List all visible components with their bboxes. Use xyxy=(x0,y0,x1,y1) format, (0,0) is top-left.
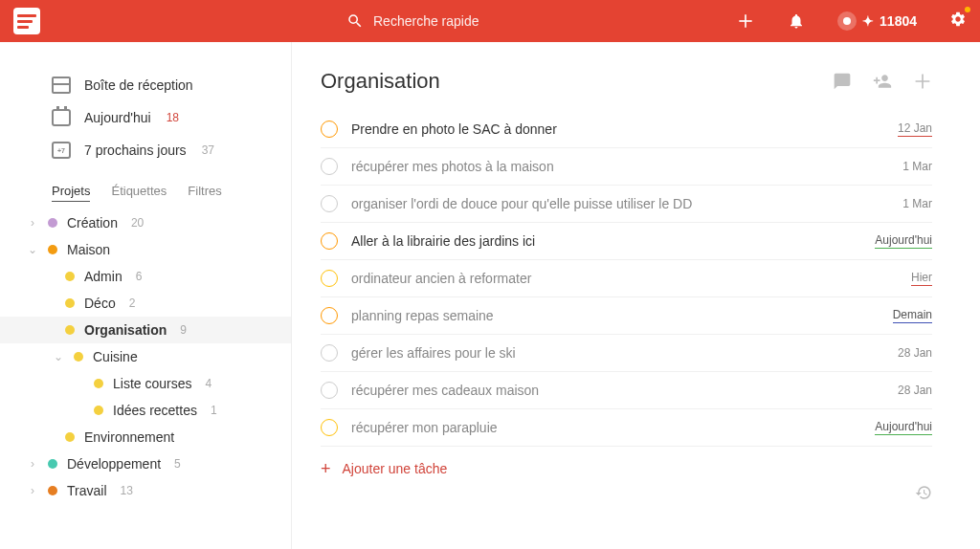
task-row[interactable]: gérer les affaires pour le ski28 Jan xyxy=(321,335,932,372)
add-task-button[interactable]: + Ajouter une tâche xyxy=(321,447,932,491)
task-date: Hier xyxy=(911,271,932,286)
chevron-icon: › xyxy=(27,484,38,497)
task-checkbox[interactable] xyxy=(321,307,338,324)
today-label: Aujourd'hui xyxy=(84,110,151,125)
week-label: 7 prochains jours xyxy=(84,143,187,158)
inbox-icon xyxy=(52,77,71,94)
task-row[interactable]: organiser l'ordi de douce pour qu'elle p… xyxy=(321,186,932,223)
sidebar-inbox[interactable]: Boîte de réception xyxy=(0,69,291,101)
project-travail[interactable]: ›Travail13 xyxy=(0,477,291,504)
search-icon xyxy=(346,12,364,30)
search-placeholder: Recherche rapide xyxy=(373,13,479,29)
task-checkbox[interactable] xyxy=(321,232,338,250)
task-title: Prendre en photo le SAC à donner xyxy=(351,121,884,137)
task-title: ordinateur ancien à reformater xyxy=(351,271,898,286)
task-date: Demain xyxy=(893,308,932,323)
chevron-icon: ⌄ xyxy=(53,350,64,363)
task-row[interactable]: récupérer mes photos à la maison1 Mar xyxy=(321,148,932,186)
project-count: 4 xyxy=(205,377,212,390)
task-row[interactable]: planning repas semaineDemain xyxy=(321,297,932,335)
sidebar-today[interactable]: Aujourd'hui 18 xyxy=(0,101,291,134)
project-cuisine[interactable]: ⌄Cuisine xyxy=(0,343,291,370)
karma-icon xyxy=(837,11,857,31)
project-color-dot xyxy=(65,272,75,281)
project-count: 1 xyxy=(211,404,217,417)
task-title: Aller à la librairie des jardins ici xyxy=(351,233,861,249)
task-checkbox[interactable] xyxy=(321,382,338,399)
task-checkbox[interactable] xyxy=(321,158,338,175)
project-color-dot xyxy=(65,325,75,335)
notifications-icon[interactable] xyxy=(788,12,805,30)
project-color-dot xyxy=(65,432,75,442)
project-maison[interactable]: ⌄Maison xyxy=(0,236,291,263)
project-idées-recettes[interactable]: Idées recettes1 xyxy=(0,397,291,424)
task-list: Prendre en photo le SAC à donner12 Janré… xyxy=(321,111,932,447)
task-row[interactable]: Prendre en photo le SAC à donner12 Jan xyxy=(321,111,932,148)
project-color-dot xyxy=(94,379,103,388)
search-input[interactable]: Recherche rapide xyxy=(346,12,479,30)
project-color-dot xyxy=(48,218,57,228)
project-name: Développement xyxy=(67,456,161,472)
more-icon[interactable] xyxy=(913,72,932,91)
project-color-dot xyxy=(48,245,57,254)
project-développement[interactable]: ›Développement5 xyxy=(0,450,291,477)
tab-labels[interactable]: Étiquettes xyxy=(111,184,167,202)
project-organisation[interactable]: Organisation9 xyxy=(0,317,291,343)
task-date: 28 Jan xyxy=(898,346,932,360)
project-admin[interactable]: Admin6 xyxy=(0,263,291,290)
project-color-dot xyxy=(65,298,75,308)
task-title: gérer les affaires pour le ski xyxy=(351,345,884,361)
project-name: Idées recettes xyxy=(113,403,197,418)
inbox-label: Boîte de réception xyxy=(84,77,193,93)
sidebar-next-7-days[interactable]: +7 7 prochains jours 37 xyxy=(0,134,291,166)
task-row[interactable]: récupérer mon parapluieAujourd'hui xyxy=(321,409,932,447)
plus-icon: + xyxy=(321,460,331,477)
task-row[interactable]: récupérer mes cadeaux maison28 Jan xyxy=(321,372,932,409)
task-title: récupérer mon parapluie xyxy=(351,420,861,435)
tab-filters[interactable]: Filtres xyxy=(188,184,221,202)
task-title: organiser l'ordi de douce pour qu'elle p… xyxy=(351,196,889,211)
project-name: Liste courses xyxy=(113,376,191,391)
project-name: Déco xyxy=(84,296,116,311)
task-checkbox[interactable] xyxy=(321,195,338,212)
task-checkbox[interactable] xyxy=(321,419,338,436)
project-name: Création xyxy=(67,215,118,231)
project-count: 5 xyxy=(174,457,181,471)
project-name: Travail xyxy=(67,483,107,498)
project-déco[interactable]: Déco2 xyxy=(0,290,291,317)
project-name: Maison xyxy=(67,242,110,257)
activity-icon[interactable] xyxy=(915,484,932,505)
chevron-icon: › xyxy=(27,216,38,230)
project-count: 6 xyxy=(136,270,143,283)
task-title: planning repas semaine xyxy=(351,308,880,323)
project-environnement[interactable]: Environnement xyxy=(0,424,291,450)
calendar-icon xyxy=(52,109,71,126)
karma-score[interactable]: ✦ 11804 xyxy=(837,11,917,31)
project-liste-courses[interactable]: Liste courses4 xyxy=(0,370,291,397)
tab-projects[interactable]: Projets xyxy=(52,184,90,202)
settings-icon[interactable] xyxy=(949,11,967,32)
task-checkbox[interactable] xyxy=(321,270,338,287)
task-title: récupérer mes cadeaux maison xyxy=(351,383,884,398)
topbar: Recherche rapide ✦ 11804 xyxy=(0,0,980,42)
task-row[interactable]: ordinateur ancien à reformaterHier xyxy=(321,260,932,297)
project-count: 2 xyxy=(129,296,136,310)
task-date: 12 Jan xyxy=(898,121,932,137)
chevron-icon: › xyxy=(27,457,38,471)
task-checkbox[interactable] xyxy=(321,344,338,362)
project-name: Cuisine xyxy=(93,349,138,364)
share-icon[interactable] xyxy=(873,72,892,91)
task-checkbox[interactable] xyxy=(321,121,338,138)
project-color-dot xyxy=(74,352,83,362)
page-title: Organisation xyxy=(321,69,440,94)
quick-add-icon[interactable] xyxy=(736,11,755,31)
comments-icon[interactable] xyxy=(833,72,852,91)
app-logo[interactable] xyxy=(13,8,40,34)
project-list: ›Création20⌄MaisonAdmin6Déco2Organisatio… xyxy=(0,209,291,504)
project-color-dot xyxy=(48,459,57,469)
project-création[interactable]: ›Création20 xyxy=(0,209,291,236)
project-color-dot xyxy=(94,406,103,415)
task-row[interactable]: Aller à la librairie des jardins iciAujo… xyxy=(321,223,932,260)
project-color-dot xyxy=(48,486,57,495)
task-date: 1 Mar xyxy=(902,197,932,210)
